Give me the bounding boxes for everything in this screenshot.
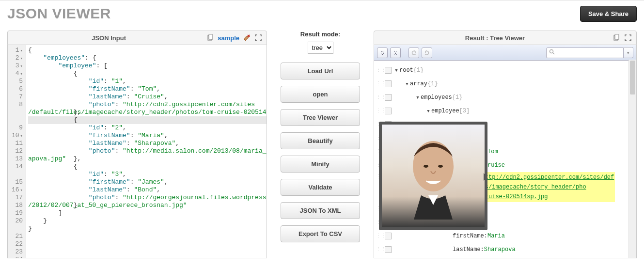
save-share-button[interactable]: Save & Share bbox=[580, 6, 637, 22]
node-menu-icon[interactable] bbox=[385, 233, 392, 239]
header: JSON VIEWER Save & Share bbox=[0, 0, 644, 31]
gutter-line: 10 bbox=[11, 132, 23, 140]
node-menu-icon[interactable] bbox=[385, 108, 392, 114]
code-line[interactable]: "firstName": "Maria", bbox=[28, 132, 267, 140]
open-button[interactable]: open bbox=[281, 86, 360, 103]
photo-placeholder bbox=[382, 125, 485, 227]
gutter-line: 21 bbox=[11, 233, 23, 240]
tree-row[interactable]: ⋮⋮ employee [3] bbox=[376, 104, 634, 118]
code-line[interactable]: } bbox=[28, 217, 267, 225]
tree-value: Sharapova bbox=[484, 246, 516, 253]
code-line[interactable]: "lastName": "Sharapova", bbox=[28, 140, 267, 147]
node-menu-icon[interactable] bbox=[385, 67, 392, 74]
tree-row[interactable]: ⋮⋮ lastName : Sharapova bbox=[376, 243, 634, 256]
tree-count: [3] bbox=[459, 108, 470, 114]
code-editor[interactable]: 12345678 91011121314 151617181920 212223… bbox=[7, 45, 267, 258]
caret-down-icon[interactable] bbox=[393, 67, 399, 74]
code-line[interactable]: ] bbox=[28, 209, 267, 217]
node-menu-icon[interactable] bbox=[385, 94, 392, 101]
code-line[interactable]: "firstName": "Tom", bbox=[28, 85, 267, 93]
tree-key: lastName bbox=[453, 246, 481, 253]
tree-viewer: ▾ ⋮⋮ root {1}⋮⋮ array {1}⋮⋮ employees {1… bbox=[374, 45, 637, 258]
drag-handle-icon[interactable]: ⋮⋮ bbox=[376, 94, 383, 101]
json-input-header: JSON Input sample bbox=[7, 31, 267, 45]
drag-handle-icon[interactable]: ⋮⋮ bbox=[376, 67, 383, 74]
tree-row[interactable]: ⋮⋮ firstName : Maria bbox=[376, 229, 634, 243]
controls-panel: Result mode: tree Load UrlopenTree Viewe… bbox=[267, 31, 374, 258]
drag-handle-icon[interactable]: ⋮⋮ bbox=[376, 80, 383, 87]
gutter-line: 5 bbox=[11, 78, 23, 85]
photo-preview-popup bbox=[379, 122, 487, 230]
code-line[interactable]: "photo": "http://media.salon.com/2013/08… bbox=[28, 147, 267, 155]
gutter-line: 24 bbox=[11, 256, 23, 258]
gutter-line: 16 bbox=[11, 186, 23, 194]
tree-count: {1} bbox=[413, 67, 424, 74]
gutter-line: 1 bbox=[11, 47, 23, 54]
redo-icon[interactable] bbox=[422, 47, 432, 58]
gutter-line: 19 bbox=[11, 209, 23, 217]
svg-rect-1 bbox=[209, 34, 213, 39]
search-dropdown-icon[interactable]: ▾ bbox=[624, 47, 633, 58]
code-line[interactable]: "photo": "http://cdn2.gossipcenter.com/s… bbox=[28, 101, 267, 109]
code-line[interactable]: "id": "3", bbox=[28, 171, 267, 178]
tree-key: array bbox=[410, 80, 427, 87]
minify-button[interactable]: Minify bbox=[281, 156, 360, 173]
tree-row[interactable]: ⋮⋮ array {1} bbox=[376, 77, 634, 91]
caret-down-icon[interactable] bbox=[425, 108, 431, 114]
drag-handle-icon[interactable]: ⋮⋮ bbox=[376, 233, 383, 239]
gutter-line: 6 bbox=[11, 85, 23, 93]
svg-point-4 bbox=[550, 50, 553, 53]
gutter-line: 13 bbox=[11, 155, 23, 163]
code-line[interactable]: } bbox=[28, 225, 267, 233]
tree-row[interactable]: ⋮⋮ root {1} bbox=[376, 63, 634, 77]
result-mode-select[interactable]: tree bbox=[308, 42, 333, 54]
copy-icon[interactable] bbox=[206, 33, 215, 42]
code-line[interactable]: { bbox=[28, 163, 267, 171]
validate-button[interactable]: Validate bbox=[281, 179, 360, 196]
tree-search-input[interactable] bbox=[546, 47, 624, 58]
code-line[interactable]: { bbox=[28, 70, 267, 78]
result-panel: Result : Tree Viewer bbox=[374, 31, 637, 258]
json-input-panel: JSON Input sample 12345678 91011121314 1… bbox=[7, 31, 267, 258]
gutter-line: 11 bbox=[11, 140, 23, 147]
tree-toolbar: ▾ bbox=[374, 45, 636, 61]
fullscreen-icon[interactable] bbox=[254, 33, 263, 42]
svg-point-6 bbox=[424, 165, 428, 168]
tree-key: employee bbox=[431, 108, 459, 114]
caret-down-icon[interactable] bbox=[415, 94, 421, 101]
export-to-csv-button[interactable]: Export To CSV bbox=[281, 225, 360, 242]
fullscreen-result-icon[interactable] bbox=[624, 33, 632, 42]
node-menu-icon[interactable] bbox=[385, 246, 392, 253]
copy-result-icon[interactable] bbox=[612, 33, 621, 42]
code-line[interactable]: { bbox=[28, 116, 267, 124]
json-to-xml-button[interactable]: JSON To XML bbox=[281, 202, 360, 219]
tree-row[interactable]: ⋮⋮ employees {1} bbox=[376, 91, 634, 104]
clear-icon[interactable] bbox=[242, 33, 251, 42]
undo-icon[interactable] bbox=[408, 47, 419, 58]
load-url-button[interactable]: Load Url bbox=[281, 63, 360, 79]
node-menu-icon[interactable] bbox=[385, 80, 392, 87]
gutter-line: 20 bbox=[11, 217, 23, 225]
drag-handle-icon[interactable]: ⋮⋮ bbox=[376, 246, 383, 253]
gutter-line: 18 bbox=[11, 202, 23, 209]
gutter-line: 22 bbox=[11, 240, 23, 248]
code-line[interactable]: "employees": { bbox=[28, 54, 267, 62]
code-line[interactable]: "photo": "http://georgesjournal.files.wo… bbox=[28, 194, 267, 202]
collapse-all-icon[interactable] bbox=[390, 47, 401, 58]
code-line[interactable]: "lastName": "Bond", bbox=[28, 186, 267, 194]
code-line[interactable]: }, bbox=[28, 155, 267, 163]
svg-rect-3 bbox=[615, 34, 619, 39]
tree-viewer-button[interactable]: Tree Viewer bbox=[281, 109, 360, 126]
beautify-button[interactable]: Beautify bbox=[281, 132, 360, 149]
code-line[interactable]: "id": "2", bbox=[28, 124, 267, 132]
expand-all-icon[interactable] bbox=[377, 47, 388, 58]
drag-handle-icon[interactable]: ⋮⋮ bbox=[376, 108, 383, 114]
code-line[interactable]: "id": "1", bbox=[28, 78, 267, 85]
code-line[interactable]: "firstName": "James", bbox=[28, 178, 267, 186]
code-line[interactable]: { bbox=[28, 47, 267, 54]
code-line[interactable]: "lastName": "Cruise", bbox=[28, 93, 267, 101]
sample-link[interactable]: sample bbox=[218, 34, 239, 42]
code-line[interactable]: "employee": [ bbox=[28, 62, 267, 70]
scrollbar[interactable] bbox=[628, 60, 636, 258]
caret-down-icon[interactable] bbox=[404, 80, 410, 87]
